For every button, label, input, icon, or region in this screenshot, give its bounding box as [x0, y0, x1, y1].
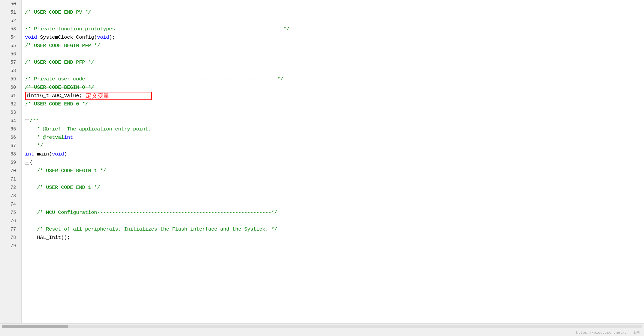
- line-58: [25, 67, 644, 75]
- line-55: /* USER CODE BEGIN PFP */: [25, 42, 644, 50]
- line-74: [25, 200, 644, 209]
- line-num-60: 60: [0, 83, 19, 92]
- code-text: );: [109, 33, 115, 42]
- line-78: HAL_Init();: [25, 234, 644, 242]
- line-70: /* USER CODE BEGIN 1 */: [25, 167, 644, 175]
- scrollbar-track: [2, 325, 642, 328]
- line-num-72: 72: [0, 184, 19, 192]
- line-num-59: 59: [0, 75, 19, 83]
- code-text: /* Private function prototypes ---------…: [25, 25, 289, 33]
- scrollbar-thumb[interactable]: [2, 325, 68, 328]
- keyword-void3: void: [52, 150, 64, 158]
- line-67: */: [25, 142, 644, 150]
- line-69: - {: [25, 158, 644, 167]
- line-73: [25, 192, 644, 200]
- horizontal-scrollbar[interactable]: [0, 323, 644, 329]
- line-num-53: 53: [0, 25, 19, 33]
- line-56: [25, 50, 644, 58]
- line-num-70: 70: [0, 167, 19, 175]
- code-text: main(: [34, 150, 52, 158]
- line-71: [25, 175, 644, 184]
- code-content: /* USER CODE END PV */ /* Private functi…: [22, 0, 644, 323]
- line-76: [25, 217, 644, 225]
- line-num-55: 55: [0, 42, 19, 50]
- line-68: int main( void ): [25, 150, 644, 158]
- line-52: [25, 17, 644, 25]
- code-text: /* USER CODE END 1 */: [25, 184, 100, 192]
- line-79: [25, 242, 644, 250]
- editor-container: 50 51 52 53 54 55 56 57 58 59 60 61 62 6…: [0, 0, 644, 336]
- line-num-63: 63: [0, 108, 19, 117]
- code-text: SystemClock_Config(: [37, 33, 97, 42]
- line-num-54: 54: [0, 33, 19, 42]
- line-num-58: 58: [0, 67, 19, 75]
- line-63: [25, 108, 644, 117]
- line-num-77: 77: [0, 225, 19, 234]
- line-num-78: 78: [0, 234, 19, 242]
- code-area: 50 51 52 53 54 55 56 57 58 59 60 61 62 6…: [0, 0, 644, 323]
- code-text: /**: [30, 117, 39, 125]
- line-72: /* USER CODE END 1 */: [25, 184, 644, 192]
- code-text: /* USER CODE BEGIN 0 */: [25, 83, 94, 92]
- line-num-56: 56: [0, 50, 19, 58]
- line-num-74: 74: [0, 200, 19, 209]
- code-text: /* USER CODE BEGIN PFP */: [25, 42, 100, 50]
- code-text: /* USER CODE END PFP */: [25, 58, 94, 67]
- code-text: {: [30, 158, 33, 167]
- code-text: /* USER CODE END PV */: [25, 8, 91, 17]
- line-numbers: 50 51 52 53 54 55 56 57 58 59 60 61 62 6…: [0, 0, 22, 323]
- line-num-71: 71: [0, 175, 19, 184]
- line-65: * @brief The application entry point.: [25, 125, 644, 133]
- line-54: void SystemClock_Config( void );: [25, 33, 644, 42]
- line-61: uint16_t ADC_Value; 定义变量: [25, 92, 644, 100]
- code-text: /* USER CODE BEGIN 1 */: [25, 167, 106, 175]
- fold-icon-69[interactable]: -: [25, 161, 29, 165]
- line-num-51: 51: [0, 8, 19, 17]
- line-num-67: 67: [0, 142, 19, 150]
- line-num-75: 75: [0, 209, 19, 217]
- line-62: /* USER CODE END 0 */: [25, 100, 644, 108]
- code-text-highlighted: uint16_t ADC_Value;: [25, 92, 82, 100]
- code-text: ): [64, 150, 67, 158]
- status-bar: https://blog.csdn.net/... 版权: [0, 329, 644, 336]
- code-text: /* Reset of all peripherals, Initializes…: [25, 225, 277, 234]
- line-60: /* USER CODE BEGIN 0 */: [25, 83, 644, 92]
- line-51: /* USER CODE END PV */: [25, 8, 644, 17]
- watermark-text: https://blog.csdn.net/... 版权: [576, 330, 641, 335]
- keyword-int2: int: [25, 150, 34, 158]
- line-num-66: 66: [0, 133, 19, 142]
- line-num-68: 68: [0, 150, 19, 158]
- line-num-76: 76: [0, 217, 19, 225]
- line-num-57: 57: [0, 58, 19, 67]
- code-text: HAL_Init();: [25, 234, 70, 242]
- line-num-73: 73: [0, 192, 19, 200]
- line-num-52: 52: [0, 17, 19, 25]
- code-text: /* MCU Configuration--------------------…: [25, 209, 277, 217]
- code-text: * @brief The application entry point.: [25, 125, 151, 133]
- fold-icon-64[interactable]: -: [25, 119, 29, 123]
- line-75: /* MCU Configuration--------------------…: [25, 209, 644, 217]
- line-53: /* Private function prototypes ---------…: [25, 25, 644, 33]
- line-num-50: 50: [0, 0, 19, 8]
- line-50: [25, 0, 644, 8]
- line-num-64: 64: [0, 117, 19, 125]
- keyword-void2: void: [97, 33, 109, 42]
- line-77: /* Reset of all peripherals, Initializes…: [25, 225, 644, 234]
- line-num-69: 69: [0, 158, 19, 167]
- keyword-void: void: [25, 33, 37, 42]
- line-57: /* USER CODE END PFP */: [25, 58, 644, 67]
- code-text: /* Private user code -------------------…: [25, 75, 283, 83]
- code-text: */: [25, 142, 43, 150]
- line-64: - /**: [25, 117, 644, 125]
- annotation-label: 定义变量: [85, 92, 109, 100]
- line-num-62: 62: [0, 100, 19, 108]
- line-66: * @retval int: [25, 133, 644, 142]
- code-text: /* USER CODE END 0 */: [25, 100, 88, 108]
- line-num-61: 61: [0, 92, 19, 100]
- keyword-int: int: [64, 133, 73, 142]
- line-num-65: 65: [0, 125, 19, 133]
- code-text: * @retval: [25, 133, 64, 142]
- line-59: /* Private user code -------------------…: [25, 75, 644, 83]
- line-num-79: 79: [0, 242, 19, 250]
